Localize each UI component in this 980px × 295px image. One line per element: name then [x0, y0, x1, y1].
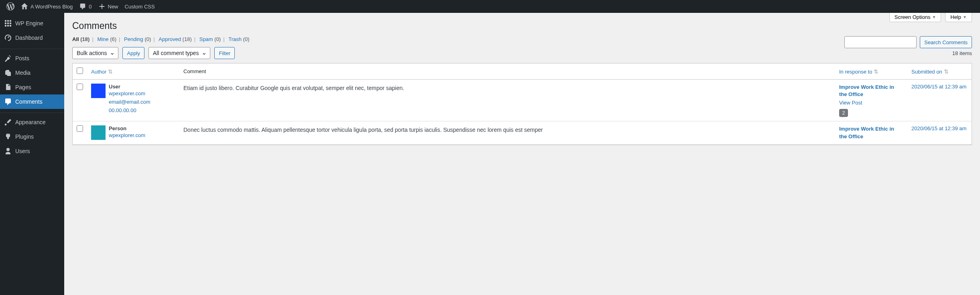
status-filters: All (18) Mine (6) Pending (0) Approved (… — [72, 36, 972, 42]
help-button[interactable]: Help ▼ — [945, 13, 972, 22]
filter-mine[interactable]: Mine (6) — [97, 36, 116, 42]
wpengine-icon — [4, 19, 12, 27]
menu-label: Dashboard — [15, 35, 43, 41]
screen-options-label: Screen Options — [895, 14, 931, 20]
view-post-link[interactable]: View Post — [839, 100, 903, 106]
user-icon — [4, 147, 12, 155]
new-label: New — [108, 4, 118, 10]
row-checkbox[interactable] — [77, 84, 83, 90]
comments-table: Author⇅ Comment In response to⇅ Submitte… — [72, 63, 972, 145]
plug-icon — [4, 133, 12, 141]
site-link[interactable]: A WordPress Blog — [18, 0, 76, 13]
filter-spam[interactable]: Spam (0) — [199, 36, 221, 42]
menu-posts[interactable]: Posts — [0, 51, 64, 66]
menu-label: WP Engine — [15, 20, 43, 27]
avatar — [91, 84, 106, 98]
header-author[interactable]: Author⇅ — [91, 69, 113, 75]
menu-pages[interactable]: Pages — [0, 80, 64, 94]
menu-separator — [0, 47, 64, 49]
table-nav: Bulk actions Apply All comment types Fil… — [72, 47, 972, 59]
row-checkbox[interactable] — [77, 125, 83, 132]
author-site[interactable]: wpexplorer.com — [109, 131, 145, 140]
svg-rect-0 — [5, 20, 6, 22]
svg-rect-2 — [10, 20, 11, 22]
table-row: User wpexplorer.com email@email.com 00.0… — [73, 80, 972, 121]
page-icon — [4, 83, 12, 91]
home-icon — [21, 3, 28, 10]
author-site[interactable]: wpexplorer.com — [109, 90, 150, 98]
svg-rect-4 — [7, 23, 9, 24]
date-link[interactable]: 2020/06/15 at 12:39 am — [911, 84, 966, 90]
comment-icon — [79, 3, 86, 10]
svg-rect-5 — [10, 23, 11, 24]
comment-text: Donec luctus commodo mattis. Aliquam pel… — [179, 121, 835, 144]
filter-all[interactable]: All (18) — [72, 36, 89, 42]
header-comment: Comment — [179, 64, 835, 80]
avatar — [91, 125, 106, 140]
search-button[interactable]: Search Comments — [920, 36, 972, 48]
sort-icon: ⇅ — [106, 68, 113, 75]
response-post-link[interactable]: Improve Work Ethic in the Office — [839, 84, 903, 98]
author-email[interactable]: email@email.com — [109, 98, 150, 107]
screen-meta: Screen Options ▼ Help ▼ — [889, 13, 972, 22]
comment-count-bubble[interactable]: 2 — [839, 109, 848, 117]
menu-users[interactable]: Users — [0, 144, 64, 158]
filter-pending[interactable]: Pending (0) — [124, 36, 151, 42]
wordpress-logo[interactable] — [3, 0, 18, 13]
menu-plugins[interactable]: Plugins — [0, 129, 64, 144]
menu-label: Posts — [15, 55, 29, 61]
caret-down-icon: ▼ — [932, 15, 936, 19]
menu-label: Users — [15, 148, 30, 154]
page-title: Comments — [72, 17, 972, 33]
menu-separator — [0, 111, 64, 113]
filter-trash[interactable]: Trash (0) — [228, 36, 249, 42]
sort-icon: ⇅ — [942, 68, 949, 75]
main-content: Screen Options ▼ Help ▼ Comments Search … — [64, 13, 980, 295]
comment-type-select[interactable]: All comment types — [148, 47, 210, 59]
custom-css-label: Custom CSS — [125, 4, 155, 10]
author-name: Person — [109, 125, 145, 131]
custom-css-link[interactable]: Custom CSS — [122, 0, 158, 13]
menu-label: Media — [15, 70, 30, 76]
menu-dashboard[interactable]: Dashboard — [0, 31, 64, 45]
search-bar: Search Comments — [844, 36, 972, 48]
new-content[interactable]: New — [95, 0, 122, 13]
filter-approved[interactable]: Approved (18) — [159, 36, 191, 42]
media-icon — [4, 69, 12, 77]
wordpress-icon — [6, 2, 14, 10]
pin-icon — [4, 54, 12, 62]
svg-rect-3 — [5, 23, 6, 24]
items-count: 18 items — [952, 50, 972, 56]
author-ip[interactable]: 00.00.00.00 — [109, 107, 150, 115]
filter-button[interactable]: Filter — [214, 47, 235, 59]
response-post-link[interactable]: Improve Work Ethic in the Office — [839, 125, 903, 140]
plus-icon — [98, 3, 106, 10]
menu-wpengine[interactable]: WP Engine — [0, 16, 64, 31]
menu-label: Comments — [15, 98, 43, 105]
screen-options-button[interactable]: Screen Options ▼ — [889, 13, 941, 22]
header-date[interactable]: Submitted on⇅ — [911, 69, 949, 75]
menu-comments[interactable]: Comments — [0, 94, 64, 109]
date-link[interactable]: 2020/06/15 at 12:39 am — [911, 125, 966, 131]
admin-sidebar: WP Engine Dashboard Posts Media Pages Co… — [0, 13, 64, 295]
comment-count: 0 — [89, 4, 91, 10]
bulk-actions-select[interactable]: Bulk actions — [72, 47, 118, 59]
site-name: A WordPress Blog — [30, 4, 73, 10]
menu-media[interactable]: Media — [0, 66, 64, 80]
dashboard-icon — [4, 34, 12, 42]
table-row: Person wpexplorer.com Donec luctus commo… — [73, 121, 972, 144]
author-name: User — [109, 84, 150, 90]
header-response[interactable]: In response to⇅ — [839, 69, 878, 75]
svg-rect-8 — [10, 25, 11, 27]
comment-text: Etiam id justo libero. Curabitur Google … — [179, 80, 835, 121]
admin-bar: A WordPress Blog 0 New Custom CSS — [0, 0, 980, 13]
search-input[interactable] — [844, 36, 917, 48]
menu-appearance[interactable]: Appearance — [0, 115, 64, 129]
sort-icon: ⇅ — [872, 68, 878, 75]
menu-label: Plugins — [15, 133, 34, 140]
comments-link[interactable]: 0 — [76, 0, 95, 13]
caret-down-icon: ▼ — [963, 15, 967, 19]
select-all-checkbox[interactable] — [77, 68, 83, 74]
svg-rect-1 — [7, 20, 9, 22]
apply-button[interactable]: Apply — [122, 47, 144, 59]
